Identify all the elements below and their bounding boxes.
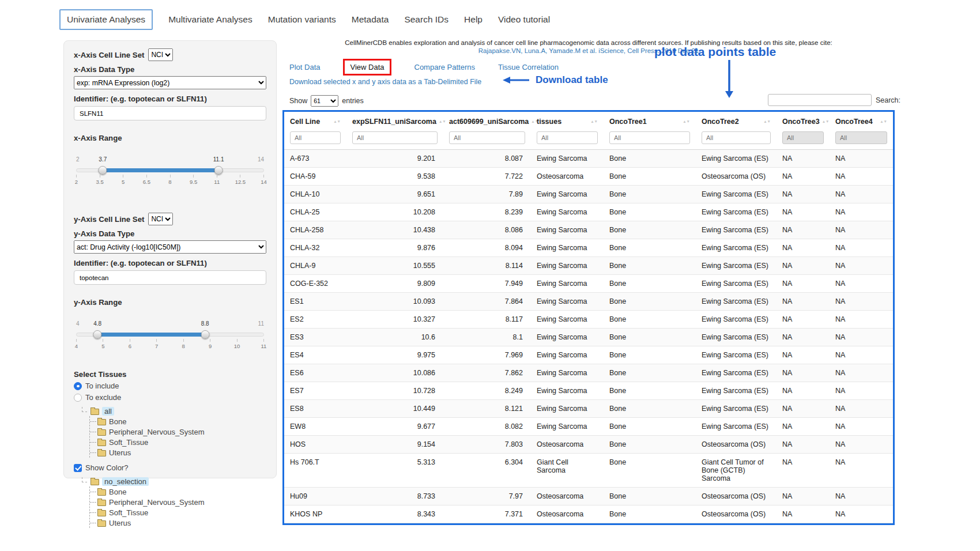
slider-handle-left[interactable] bbox=[99, 166, 107, 175]
tab-metadata[interactable]: Metadata bbox=[352, 9, 389, 30]
tree-root-node[interactable]: all bbox=[82, 406, 266, 416]
tree-item[interactable]: Uterus bbox=[97, 447, 266, 458]
table-row[interactable]: CHLA-258 10.438 8.086 Ewing Sarcoma Bone… bbox=[284, 221, 893, 239]
cell-line-cell: COG-E-352 bbox=[284, 275, 346, 293]
table-row[interactable]: EW8 9.677 8.082 Ewing Sarcoma Bone Ewing… bbox=[284, 418, 893, 436]
tree-item[interactable]: Bone bbox=[97, 416, 266, 427]
table-row[interactable]: CHLA-25 10.208 8.239 Ewing Sarcoma Bone … bbox=[284, 203, 893, 221]
citation-reference-link[interactable]: Rajapakse.VN, Luna.A, Yamade.M et al. iS… bbox=[282, 47, 895, 54]
tab-tissue-correlation[interactable]: Tissue Correlation bbox=[498, 63, 559, 71]
sort-icon[interactable]: ▲▼ bbox=[763, 120, 771, 123]
search-input[interactable] bbox=[768, 94, 872, 106]
cell-line-cell: ES8 bbox=[284, 400, 346, 418]
slider-handle-right[interactable] bbox=[214, 166, 223, 175]
table-row[interactable]: ES1 10.093 7.864 Ewing Sarcoma Bone Ewin… bbox=[284, 293, 893, 311]
table-row[interactable]: Hu09 8.733 7.97 Osteosarcoma Bone Osteos… bbox=[284, 488, 893, 505]
tree-item[interactable]: Peripheral_Nervous_System bbox=[97, 497, 266, 507]
filter-input-tissues[interactable] bbox=[537, 131, 598, 144]
cell-line-cell: EW8 bbox=[284, 418, 346, 436]
filter-input-act[interactable] bbox=[449, 131, 525, 144]
x-data-type-select[interactable]: exp: mRNA Expression (log2) bbox=[74, 76, 266, 89]
oncotree1-cell: Bone bbox=[604, 436, 696, 454]
table-row[interactable]: Hs 706.T 5.313 6.304 Giant Cell Sarcoma … bbox=[284, 454, 893, 488]
slider-handle-right[interactable] bbox=[201, 330, 209, 339]
table-row[interactable]: ES6 10.086 7.862 Ewing Sarcoma Bone Ewin… bbox=[284, 364, 893, 382]
tissues-include-radio[interactable]: To include bbox=[74, 382, 266, 390]
sort-icon[interactable]: ▲▼ bbox=[439, 120, 446, 123]
column-header-cell-line[interactable]: Cell Line▲▼ bbox=[284, 112, 346, 130]
table-row[interactable]: KHOS NP 8.343 7.371 Osteosarcoma Bone Os… bbox=[284, 505, 893, 523]
slider-selected-bar bbox=[97, 333, 205, 337]
tree-item[interactable]: Soft_Tissue bbox=[97, 437, 266, 447]
oncotree2-cell: Ewing Sarcoma (ES) bbox=[696, 203, 777, 221]
tab-help[interactable]: Help bbox=[464, 9, 483, 30]
sort-icon[interactable]: ▲▼ bbox=[880, 120, 887, 123]
oncotree3-cell: NA bbox=[777, 257, 830, 275]
table-row[interactable]: ES7 10.728 8.249 Ewing Sarcoma Bone Ewin… bbox=[284, 382, 893, 400]
sort-icon[interactable]: ▲▼ bbox=[822, 120, 830, 123]
tab-mutation-variants[interactable]: Mutation variants bbox=[268, 9, 336, 30]
table-row[interactable]: CHA-59 9.538 7.722 Osteosarcoma Bone Ost… bbox=[284, 168, 893, 186]
table-row[interactable]: CHLA-9 10.555 8.114 Ewing Sarcoma Bone E… bbox=[284, 257, 893, 275]
column-header-oncotree4[interactable]: OncoTree4▲▼ bbox=[830, 112, 893, 130]
show-color-checkbox[interactable]: Show Color? bbox=[74, 463, 266, 472]
y-identifier-input[interactable] bbox=[74, 270, 266, 285]
entries-select[interactable]: 61 bbox=[311, 95, 338, 107]
table-row[interactable]: HOS 9.154 7.803 Osteosarcoma Bone Osteos… bbox=[284, 436, 893, 454]
column-header-tissues[interactable]: tissues▲▼ bbox=[531, 112, 604, 130]
tree-item[interactable]: Peripheral_Nervous_System bbox=[97, 427, 266, 437]
tissue-cell: Ewing Sarcoma bbox=[531, 275, 604, 293]
filter-input-oncotree3[interactable] bbox=[782, 131, 824, 144]
tab-search-ids[interactable]: Search IDs bbox=[404, 9, 448, 30]
tab-compare-patterns[interactable]: Compare Patterns bbox=[414, 63, 476, 71]
sort-icon[interactable]: ▲▼ bbox=[590, 120, 598, 123]
tree-expander-icon[interactable] bbox=[82, 477, 87, 482]
tab-multivariate-analyses[interactable]: Multivariate Analyses bbox=[168, 9, 252, 30]
x-cell-line-set-select[interactable]: NCI bbox=[148, 48, 173, 61]
sort-icon[interactable]: ▲▼ bbox=[683, 120, 690, 123]
column-header-oncotree2[interactable]: OncoTree2▲▼ bbox=[696, 112, 777, 130]
tab-view-data[interactable]: View Data bbox=[343, 59, 391, 76]
y-cell-line-set-select[interactable]: NCI bbox=[148, 213, 173, 225]
tree-item[interactable]: Uterus bbox=[97, 518, 266, 528]
tree-expander-icon[interactable] bbox=[82, 407, 87, 412]
table-row[interactable]: A-673 9.201 8.087 Ewing Sarcoma Bone Ewi… bbox=[284, 150, 893, 168]
filter-input-oncotree1[interactable] bbox=[609, 131, 690, 144]
act-value-cell: 7.97 bbox=[443, 488, 531, 505]
column-header-oncotree1[interactable]: OncoTree1▲▼ bbox=[604, 112, 696, 130]
sort-icon[interactable]: ▲▼ bbox=[333, 120, 341, 123]
filter-input-cell-line[interactable] bbox=[290, 131, 341, 144]
column-header-exp[interactable]: expSLFN11_uniSarcoma▲▼ bbox=[346, 112, 443, 130]
table-row[interactable]: COG-E-352 9.809 7.949 Ewing Sarcoma Bone… bbox=[284, 275, 893, 293]
oncotree3-cell: NA bbox=[777, 418, 830, 436]
table-row[interactable]: ES4 9.975 7.969 Ewing Sarcoma Bone Ewing… bbox=[284, 346, 893, 364]
filter-input-exp[interactable] bbox=[352, 131, 438, 144]
slider-to-label: 11.1 bbox=[213, 156, 224, 163]
table-row[interactable]: CHLA-10 9.651 7.89 Ewing Sarcoma Bone Ew… bbox=[284, 186, 893, 203]
exp-value-cell: 10.093 bbox=[346, 293, 443, 311]
tree-root-node[interactable]: no_selection bbox=[82, 476, 266, 486]
y-data-type-select[interactable]: act: Drug Activity (-log10[IC50M]) bbox=[74, 240, 266, 254]
slider-handle-left[interactable] bbox=[93, 330, 102, 339]
tree-item[interactable]: Bone bbox=[97, 486, 266, 497]
oncotree2-cell: Ewing Sarcoma (ES) bbox=[696, 400, 777, 418]
slider-to-label: 8.8 bbox=[201, 320, 209, 327]
tab-video-tutorial[interactable]: Video tutorial bbox=[498, 9, 550, 30]
filter-input-oncotree4[interactable] bbox=[835, 131, 887, 144]
tab-plot-data[interactable]: Plot Data bbox=[289, 63, 320, 71]
table-row[interactable]: ES3 10.6 8.1 Ewing Sarcoma Bone Ewing Sa… bbox=[284, 329, 893, 346]
tab-univariate-analyses[interactable]: Univariate Analyses bbox=[59, 9, 153, 30]
table-row[interactable]: CHLA-32 9.876 8.094 Ewing Sarcoma Bone E… bbox=[284, 239, 893, 257]
x-data-type-label: x-Axis Data Type bbox=[74, 65, 266, 74]
x-identifier-input[interactable] bbox=[74, 106, 266, 120]
column-header-oncotree3[interactable]: OncoTree3▲▼ bbox=[777, 112, 830, 130]
tree-item[interactable]: Soft_Tissue bbox=[97, 507, 266, 518]
column-header-act[interactable]: act609699_uniSarcoma▲▼ bbox=[443, 112, 531, 130]
table-row[interactable]: ES2 10.327 8.117 Ewing Sarcoma Bone Ewin… bbox=[284, 311, 893, 329]
table-row[interactable]: ES8 10.449 8.121 Ewing Sarcoma Bone Ewin… bbox=[284, 400, 893, 418]
tissues-exclude-radio[interactable]: To exclude bbox=[74, 393, 266, 402]
oncotree3-cell: NA bbox=[777, 203, 830, 221]
download-tab-delimited-link[interactable]: Download selected x and y axis data as a… bbox=[289, 78, 481, 86]
sidebar-controls: x-Axis Cell Line Set NCI x-Axis Data Typ… bbox=[63, 40, 277, 478]
filter-input-oncotree2[interactable] bbox=[702, 131, 771, 144]
